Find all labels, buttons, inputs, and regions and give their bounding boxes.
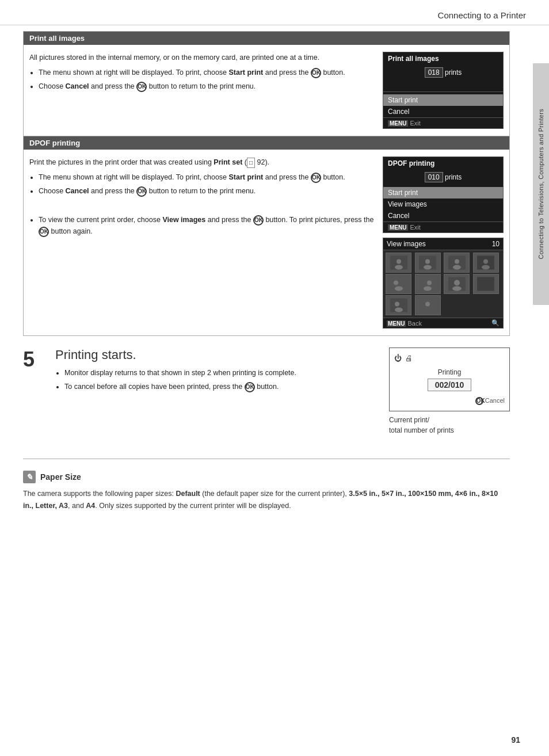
svg-point-20 (452, 287, 462, 291)
main-content: Print all images All pictures stored in … (0, 25, 533, 523)
printing-screen-top: ⏻ 🖨 (394, 354, 505, 362)
printing-screen-container: ⏻ 🖨 Printing 002/010 OK Cancel Current p… (389, 348, 510, 436)
note-section: ✎ Paper Size The camera supports the fol… (23, 459, 510, 511)
svg-point-11 (482, 265, 490, 270)
view-images-header: View images 10 (383, 238, 503, 250)
step5-title: Printing starts. (55, 348, 380, 362)
svg-rect-21 (477, 277, 494, 291)
dpof-section: DPOF printing Print the pictures in the … (23, 136, 510, 336)
printing-screen-center: Printing 002/010 (394, 368, 505, 391)
svg-point-14 (395, 287, 403, 291)
svg-point-7 (455, 259, 459, 264)
dpof-camera-screen-2: View images 10 (383, 238, 504, 329)
thumb-10 (415, 295, 441, 315)
note-pencil-icon: ✎ (23, 471, 36, 483)
dpof-bullets: The menu shown at right will be displaye… (39, 171, 376, 197)
svg-point-4 (425, 259, 430, 264)
printing-label: Printing (394, 368, 505, 376)
dpof-desc: Print the pictures in the print order th… (29, 156, 376, 168)
dpof-menu-start[interactable]: Start print (383, 187, 503, 198)
print-all-images-body: All pictures stored in the internal memo… (24, 45, 509, 136)
note-size-a4: A4 (86, 502, 95, 510)
print-all-screen-title: Print all images (383, 52, 503, 65)
dpof-menu-view[interactable]: View images (383, 198, 503, 210)
print-all-desc: All pictures stored in the internal memo… (29, 52, 376, 63)
step5-section: 5 Printing starts. Monitor display retur… (23, 336, 510, 441)
print-all-camera-screen: Print all images 018 prints Start print … (383, 52, 504, 129)
svg-point-5 (424, 265, 432, 270)
dpof-bullet-2: Choose Cancel and press the OK button to… (39, 185, 376, 197)
view-images-zoom-icon: 🔍 (491, 319, 500, 327)
svg-point-26 (425, 302, 430, 307)
print-all-images-text: All pictures stored in the internal memo… (29, 52, 376, 129)
svg-point-23 (395, 302, 399, 307)
dpof-header: DPOF printing (24, 136, 509, 150)
print-all-bullet-2: Choose Cancel and press the OK button to… (39, 81, 376, 92)
print-mode-icon: 🖨 (405, 354, 413, 362)
print-all-count-label: prints (445, 68, 462, 77)
ok-icon-1: OK (311, 68, 321, 78)
printing-caption: Current print/ total number of prints (389, 415, 454, 436)
svg-point-8 (453, 265, 461, 270)
ok-icon-6: OK (39, 227, 49, 237)
svg-point-2 (395, 265, 403, 270)
note-header: ✎ Paper Size (23, 471, 510, 483)
dpof-text: Print the pictures in the print order th… (29, 156, 376, 329)
svg-point-24 (395, 308, 403, 312)
svg-point-16 (427, 281, 432, 285)
note-bold-default: Default (176, 490, 200, 498)
ok-icon-2: OK (136, 82, 147, 92)
ok-icon-5: OK (253, 215, 264, 226)
dpof-count-box: 010 (425, 172, 443, 182)
step5-bullets: Monitor display returns to that shown in… (64, 367, 380, 392)
power-icon: ⏻ (394, 354, 402, 362)
view-images-footer-left: MENU Back (387, 320, 422, 327)
print-all-images-section: Print all images All pictures stored in … (23, 31, 510, 136)
step5-text: Monitor display returns to that shown in… (55, 367, 380, 392)
thumb-5 (386, 274, 411, 294)
thumb-7 (444, 274, 470, 294)
page-number: 91 (511, 735, 520, 744)
step5-number: 5 (23, 348, 46, 372)
side-tab: Connecting to Televisions, Computers and… (533, 63, 549, 305)
printing-cancel-label: Cancel (485, 397, 505, 404)
dpof-screen1-title: DPOF printing (383, 157, 503, 170)
view-images-footer: MENU Back 🔍 (383, 318, 503, 328)
header: Connecting to a Printer (0, 0, 549, 25)
page-container: Connecting to a Printer Connecting to Te… (0, 0, 549, 756)
view-images-grid (383, 250, 503, 318)
thumb-1 (386, 253, 411, 273)
view-images-title: View images (387, 240, 426, 248)
thumb-6 (415, 274, 441, 294)
header-title: Connecting to a Printer (438, 10, 526, 20)
note-text-end: . Only sizes supported by the current pr… (95, 502, 291, 510)
thumb-4 (473, 253, 499, 273)
print-all-menu-start[interactable]: Start print (383, 94, 503, 106)
side-tab-text: Connecting to Televisions, Computers and… (537, 109, 544, 259)
dpof-screens: DPOF printing 010 prints Start print Vie… (383, 156, 504, 329)
note-text-before: The camera supports the following paper … (23, 490, 176, 498)
print-all-menu-cancel[interactable]: Cancel (383, 106, 503, 117)
print-all-images-header: Print all images (24, 32, 509, 45)
dpof-bullet-3: To view the current print order, choose … (39, 214, 376, 237)
svg-point-19 (454, 280, 460, 286)
thumb-2 (415, 253, 441, 273)
print-all-count-box: 018 (425, 67, 443, 78)
printing-screen-footer: OK Cancel (394, 397, 505, 405)
step5-content: Printing starts. Monitor display returns… (55, 348, 380, 395)
dpof-screen1-count: 010 prints (383, 170, 503, 185)
note-text-after-default: (the default paper size for the current … (200, 490, 349, 498)
printing-count: 002/010 (428, 379, 472, 391)
svg-point-1 (396, 259, 401, 264)
view-images-count: 10 (492, 240, 500, 248)
dpof-extra-bullets: To view the current print order, choose … (39, 214, 376, 237)
ok-icon-3: OK (311, 173, 321, 183)
printing-screen: ⏻ 🖨 Printing 002/010 OK Cancel (389, 348, 510, 411)
dpof-bullet-1: The menu shown at right will be displaye… (39, 171, 376, 183)
svg-point-17 (424, 287, 432, 291)
dpof-menu-cancel[interactable]: Cancel (383, 210, 503, 222)
print-all-menu-footer: MENU Exit (383, 117, 503, 128)
dpof-body: Print the pictures in the print order th… (24, 150, 509, 335)
ok-icon-cancel: OK (475, 397, 483, 405)
thumb-9 (386, 295, 411, 315)
